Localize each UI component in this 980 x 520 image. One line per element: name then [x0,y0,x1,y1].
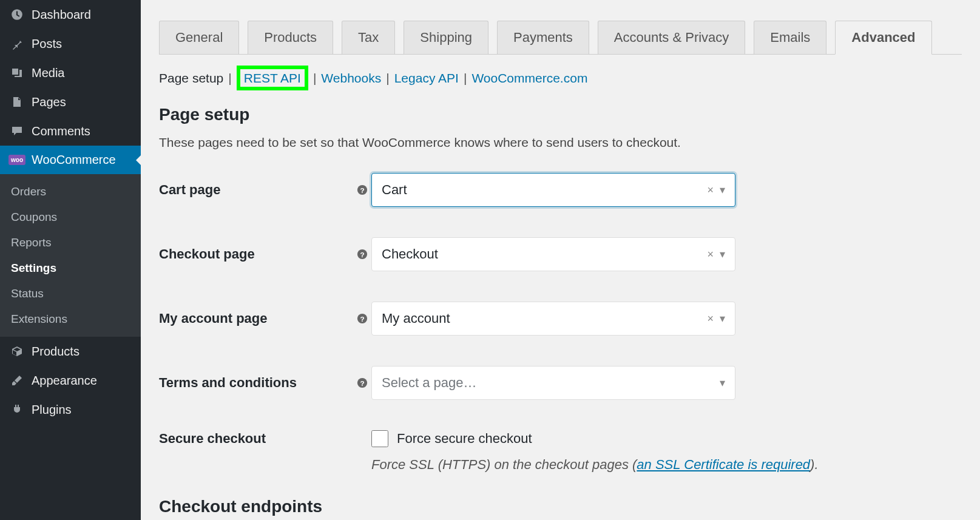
plug-icon [8,402,25,417]
dashboard-icon [8,7,25,22]
checkout-endpoints-title: Checkout endpoints [159,497,962,516]
checkbox-force-secure[interactable] [371,430,388,447]
label-terms-page: Terms and conditions [159,375,353,391]
select-value: Cart [382,182,407,198]
sidebar-item-media[interactable]: Media [0,58,141,87]
select-terms-page[interactable]: Select a page… ▾ [371,366,735,400]
page-icon [8,95,25,109]
subnav-webhooks[interactable]: Webhooks [321,71,381,86]
pin-icon [8,36,25,51]
clear-icon[interactable]: × [707,248,714,261]
sidebar-sub-extensions[interactable]: Extensions [0,306,141,332]
help-icon[interactable]: ? [353,313,371,324]
tab-advanced[interactable]: Advanced [835,21,931,55]
admin-sidebar: Dashboard Posts Media Pages Comments woo… [0,0,141,520]
sidebar-item-label: Products [32,345,79,359]
subnav-rest-api[interactable]: REST API [244,71,301,85]
subnav-legacy-api[interactable]: Legacy API [394,71,459,86]
comment-icon [8,124,25,138]
sidebar-item-label: Dashboard [32,8,91,22]
cube-icon [8,344,25,359]
tab-products[interactable]: Products [248,21,333,54]
clear-icon[interactable]: × [707,312,714,325]
brush-icon [8,373,25,388]
sidebar-item-label: Comments [32,124,90,138]
sidebar-item-posts[interactable]: Posts [0,29,141,58]
sidebar-item-woocommerce[interactable]: woo WooCommerce [0,146,141,174]
main-content: General Products Tax Shipping Payments A… [141,0,980,520]
svg-text:?: ? [360,251,364,258]
sidebar-item-label: Appearance [32,374,97,388]
chevron-down-icon[interactable]: ▾ [720,312,725,325]
help-icon[interactable]: ? [353,184,371,195]
secure-checkout-desc: Force SSL (HTTPS) on the checkout pages … [371,457,962,473]
row-checkout-page: Checkout page ? Checkout × ▾ [159,237,962,271]
svg-text:?: ? [360,186,364,194]
subnav-page-setup[interactable]: Page setup [159,71,223,86]
subnav-woocommerce-com[interactable]: WooCommerce.com [471,71,587,86]
highlight-annotation: REST API [237,66,308,90]
select-value: Checkout [382,246,438,262]
chevron-down-icon[interactable]: ▾ [720,248,725,261]
sidebar-sub-reports[interactable]: Reports [0,230,141,255]
sidebar-item-label: Media [32,66,64,80]
chevron-down-icon[interactable]: ▾ [720,376,725,390]
row-secure-checkout: Secure checkout Force secure checkout [159,430,962,447]
woocommerce-icon: woo [8,155,25,165]
sidebar-sub-orders[interactable]: Orders [0,179,141,204]
row-account-page: My account page ? My account × ▾ [159,302,962,336]
sidebar-item-label: WooCommerce [32,153,116,167]
sidebar-item-products[interactable]: Products [0,337,141,366]
settings-tabs: General Products Tax Shipping Payments A… [159,21,962,55]
checkbox-label-force-secure: Force secure checkout [397,431,532,447]
select-placeholder: Select a page… [382,375,477,391]
sidebar-item-label: Pages [32,95,66,109]
tab-payments[interactable]: Payments [497,21,589,54]
sidebar-item-comments[interactable]: Comments [0,116,141,146]
select-cart-page[interactable]: Cart × ▾ [371,173,735,207]
tab-general[interactable]: General [159,21,239,54]
label-checkout-page: Checkout page [159,246,353,262]
media-icon [8,66,25,80]
page-setup-desc: These pages need to be set so that WooCo… [159,135,962,150]
select-checkout-page[interactable]: Checkout × ▾ [371,237,735,271]
tab-shipping[interactable]: Shipping [404,21,488,54]
sidebar-sub-status[interactable]: Status [0,281,141,306]
row-cart-page: Cart page ? Cart × ▾ [159,173,962,207]
sidebar-sub-settings[interactable]: Settings [0,255,141,281]
label-secure-checkout: Secure checkout [159,431,353,447]
svg-text:?: ? [360,315,364,323]
page-setup-title: Page setup [159,105,962,124]
sidebar-item-label: Posts [32,37,62,51]
svg-text:?: ? [360,379,364,387]
clear-icon[interactable]: × [707,184,714,197]
advanced-subnav: Page setup | REST API | Webhooks | Legac… [159,66,962,90]
help-icon[interactable]: ? [353,377,371,388]
sidebar-item-appearance[interactable]: Appearance [0,366,141,395]
tab-accounts-privacy[interactable]: Accounts & Privacy [598,21,746,54]
sidebar-item-dashboard[interactable]: Dashboard [0,0,141,29]
sidebar-submenu: Orders Coupons Reports Settings Status E… [0,174,141,337]
help-icon[interactable]: ? [353,249,371,260]
sidebar-item-label: Plugins [32,403,72,417]
sidebar-sub-coupons[interactable]: Coupons [0,204,141,230]
sidebar-item-pages[interactable]: Pages [0,87,141,116]
label-account-page: My account page [159,311,353,326]
tab-tax[interactable]: Tax [342,21,395,54]
tab-emails[interactable]: Emails [754,21,826,54]
row-terms-page: Terms and conditions ? Select a page… ▾ [159,366,962,400]
label-cart-page: Cart page [159,182,353,198]
select-value: My account [382,311,450,326]
select-account-page[interactable]: My account × ▾ [371,302,735,336]
ssl-cert-link[interactable]: an SSL Certificate is required [637,457,810,472]
sidebar-item-plugins[interactable]: Plugins [0,395,141,424]
chevron-down-icon[interactable]: ▾ [720,183,725,197]
